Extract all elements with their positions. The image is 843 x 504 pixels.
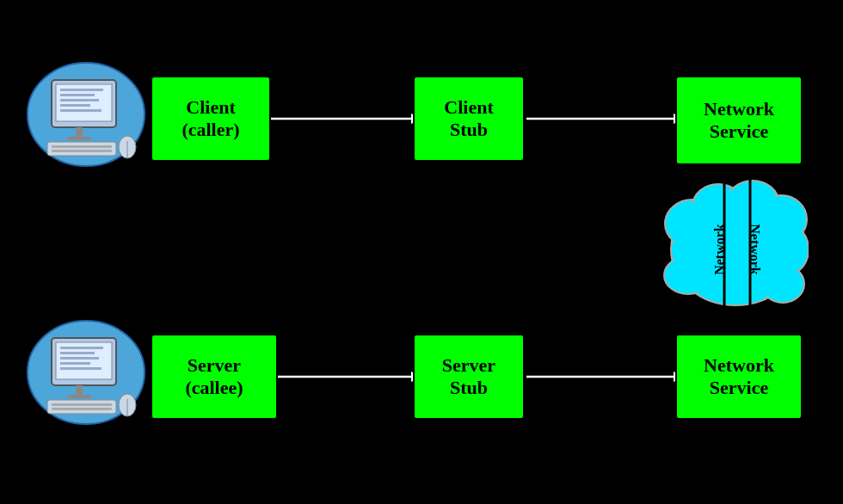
svg-rect-23 [60,94,95,96]
network-cloud: Network Network [662,163,809,335]
svg-rect-39 [60,357,99,360]
svg-marker-61 [745,165,755,176]
svg-rect-34 [52,408,112,410]
network-service-top-box: NetworkService [675,76,803,165]
svg-text:Network: Network [748,224,762,275]
svg-point-56 [762,267,800,300]
svg-rect-16 [67,137,91,140]
svg-rect-37 [60,347,103,349]
svg-text:Network: Network [712,224,727,275]
server-computer-icon [26,317,146,428]
svg-rect-38 [60,352,95,354]
svg-rect-30 [76,385,83,396]
svg-point-55 [772,230,804,273]
svg-marker-59 [719,323,729,334]
svg-rect-18 [52,145,112,148]
svg-rect-25 [60,104,90,107]
server-stub-box: ServerStub [413,334,525,420]
client-stub-box: ClientStub [413,76,525,162]
svg-rect-32 [47,400,116,414]
svg-point-57 [668,259,711,292]
svg-rect-40 [60,362,90,365]
svg-rect-19 [52,150,112,152]
svg-rect-15 [76,127,83,138]
svg-rect-31 [67,395,91,398]
svg-rect-33 [52,403,112,406]
svg-rect-24 [60,99,99,101]
svg-rect-26 [60,109,102,112]
client-caller-box: Client(caller) [151,76,271,162]
diagram: Network Network Client(caller) ClientStu… [0,0,843,504]
network-service-bottom-box: NetworkService [675,334,803,420]
client-computer-icon [26,58,146,170]
svg-rect-17 [47,142,116,156]
server-callee-box: Server(callee) [151,334,278,420]
svg-rect-22 [60,89,103,91]
svg-rect-41 [60,367,102,370]
